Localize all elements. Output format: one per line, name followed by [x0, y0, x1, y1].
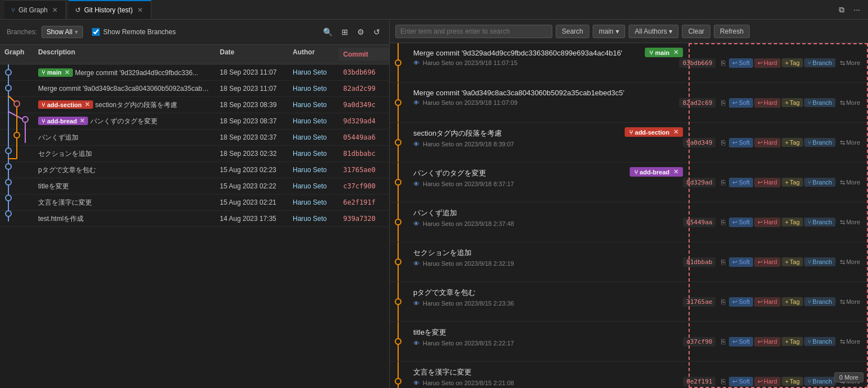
more-actions-button[interactable]: ⇆ More	[837, 257, 864, 267]
commit-item[interactable]: パンくずのタグを変更👁Haruo Seto on 2023/9/18 8:37:…	[390, 163, 868, 202]
table-row[interactable]: titleを変更15 Aug 2023 02:22Haruo Setoc37cf…	[0, 178, 389, 195]
soft-reset-button[interactable]: ↩ Soft	[729, 178, 753, 187]
copy-hash-button[interactable]: ⎘	[719, 336, 728, 347]
add-tag-button[interactable]: + Tag	[782, 58, 803, 67]
commit-item[interactable]: パンくず追加👁Haruo Seto on 2023/9/18 2:37:4805…	[390, 202, 868, 242]
table-row[interactable]: 文言を漢字に変更15 Aug 2023 02:21Haruo Seto6e2f1…	[0, 195, 389, 211]
branch-tag-close[interactable]: ✕	[64, 69, 70, 76]
search-icon-btn[interactable]: 🔍	[321, 26, 335, 38]
create-branch-button[interactable]: ⑂ Branch	[804, 98, 835, 107]
search-input[interactable]	[395, 25, 552, 38]
table-row[interactable]: test.htmlを作成14 Aug 2023 17:35Haruo Seto9…	[0, 211, 389, 227]
branch-tag-close[interactable]: ✕	[80, 117, 85, 124]
clear-button[interactable]: Clear	[682, 25, 710, 38]
branch-dropdown[interactable]: main ▾	[593, 25, 625, 38]
hard-reset-button[interactable]: ↩ Hard	[754, 58, 781, 68]
copy-hash-button[interactable]: ⎘	[719, 297, 728, 307]
soft-reset-button[interactable]: ↩ Soft	[729, 297, 753, 307]
hard-reset-button[interactable]: ↩ Hard	[754, 138, 781, 147]
table-row[interactable]: ⑂ add-section✕sectionタグ内の段落を考慮18 Sep 202…	[0, 97, 389, 113]
create-branch-button[interactable]: ⑂ Branch	[804, 377, 835, 386]
table-row[interactable]: Merge commit '9a0d349c8ac3ca8043060b5092…	[0, 81, 389, 97]
branch-select[interactable]: Show All ▾	[41, 26, 83, 38]
table-row[interactable]: pタグで文章を包む15 Aug 2023 02:23Haruo Seto3176…	[0, 162, 389, 178]
tab-git-history-close[interactable]: ✕	[136, 5, 144, 15]
soft-reset-button[interactable]: ↩ Soft	[729, 377, 753, 386]
copy-hash-button[interactable]: ⎘	[719, 177, 728, 188]
copy-hash-button[interactable]: ⎘	[719, 376, 728, 387]
table-row[interactable]: セクションを追加18 Sep 2023 02:32Haruo Seto81dbb…	[0, 146, 389, 162]
refresh-icon-btn[interactable]: ↺	[371, 26, 382, 38]
copy-hash-button[interactable]: ⎘	[719, 217, 728, 228]
create-branch-button[interactable]: ⑂ Branch	[804, 138, 835, 147]
show-remote-checkbox[interactable]	[92, 28, 100, 36]
authors-dropdown[interactable]: All Authors ▾	[629, 25, 678, 38]
soft-reset-button[interactable]: ↩ Soft	[729, 138, 753, 147]
badge-close[interactable]: ✕	[673, 128, 678, 136]
add-tag-button[interactable]: + Tag	[782, 377, 803, 386]
add-tag-button[interactable]: + Tag	[782, 257, 803, 266]
commit-item[interactable]: Merge commit '9d329ad4d9cc9fbdc3363860c8…	[390, 43, 868, 83]
more-actions-button[interactable]: ⇆ More	[837, 138, 864, 147]
hard-reset-button[interactable]: ↩ Hard	[754, 257, 781, 267]
create-branch-button[interactable]: ⑂ Branch	[804, 218, 835, 227]
more-actions-button[interactable]: ⇆ More	[837, 297, 864, 307]
split-view-button[interactable]: ⧉	[835, 3, 848, 17]
hard-reset-button[interactable]: ↩ Hard	[754, 337, 781, 347]
soft-reset-button[interactable]: ↩ Soft	[729, 58, 753, 68]
table-row[interactable]: ⑂ main✕Merge commit '9d329ad4d9cc9fbdc33…	[0, 64, 389, 81]
soft-reset-button[interactable]: ↩ Soft	[729, 218, 753, 227]
soft-reset-button[interactable]: ↩ Soft	[729, 337, 753, 347]
soft-reset-button[interactable]: ↩ Soft	[729, 257, 753, 267]
more-actions-button[interactable]: ⇆ More	[837, 178, 864, 187]
more-actions-button[interactable]: ⇆ More	[837, 58, 864, 68]
copy-hash-button[interactable]: ⎘	[719, 257, 728, 267]
badge-close[interactable]: ✕	[673, 49, 678, 56]
branch-plus-icon: ⑂	[807, 179, 811, 186]
table-body[interactable]: ⑂ main✕Merge commit '9d329ad4d9cc9fbdc33…	[0, 64, 389, 388]
tab-git-graph[interactable]: ⑂ Git Graph ✕	[4, 0, 66, 19]
add-tag-button[interactable]: + Tag	[782, 337, 803, 346]
branch-tag-close[interactable]: ✕	[85, 101, 90, 108]
hard-reset-button[interactable]: ↩ Hard	[754, 218, 781, 227]
soft-icon: ↩	[732, 258, 737, 266]
refresh-button[interactable]: Refresh	[714, 25, 750, 38]
commit-item[interactable]: 文言を漢字に変更👁Haruo Seto on 2023/8/15 2:21:08…	[390, 362, 868, 388]
add-tag-button[interactable]: + Tag	[782, 178, 803, 187]
add-tag-button[interactable]: + Tag	[782, 98, 803, 107]
copy-hash-button[interactable]: ⎘	[719, 137, 728, 148]
more-actions-button[interactable]: ⇆ More	[837, 218, 864, 227]
table-row[interactable]: パンくず追加18 Sep 2023 02:37Haruo Seto05449aa…	[0, 130, 389, 146]
commit-item[interactable]: titleを変更👁Haruo Seto on 2023/8/15 2:22:17…	[390, 322, 868, 362]
add-tag-button[interactable]: + Tag	[782, 297, 803, 306]
add-tag-button[interactable]: + Tag	[782, 218, 803, 227]
commit-list[interactable]: Merge commit '9d329ad4d9cc9fbdc3363860c8…	[390, 43, 868, 388]
more-actions-button[interactable]: ···	[850, 3, 864, 17]
hard-reset-button[interactable]: ↩ Hard	[754, 297, 781, 307]
search-button[interactable]: Search	[556, 25, 589, 38]
commit-item[interactable]: pタグで文章を包む👁Haruo Seto on 2023/8/15 2:23:3…	[390, 282, 868, 322]
hard-reset-button[interactable]: ↩ Hard	[754, 98, 781, 108]
commit-item[interactable]: セクションを追加👁Haruo Seto on 2023/9/18 2:32:19…	[390, 242, 868, 282]
create-branch-button[interactable]: ⑂ Branch	[804, 337, 835, 346]
settings-icon-btn[interactable]: ⚙	[355, 26, 367, 38]
table-row[interactable]: ⑂ add-bread✕パンくずのタグを変更18 Sep 2023 08:37H…	[0, 113, 389, 130]
add-tag-button[interactable]: + Tag	[782, 138, 803, 147]
tab-git-graph-close[interactable]: ✕	[51, 5, 59, 15]
more-actions-button[interactable]: ⇆ More	[837, 337, 864, 347]
create-branch-button[interactable]: ⑂ Branch	[804, 58, 835, 67]
tab-git-history[interactable]: ↺ Git History (test) ✕	[68, 0, 151, 19]
create-branch-button[interactable]: ⑂ Branch	[804, 297, 835, 306]
commit-item[interactable]: Merge commit '9a0d349c8ac3ca8043060b5092…	[390, 83, 868, 123]
create-branch-button[interactable]: ⑂ Branch	[804, 257, 835, 266]
badge-close[interactable]: ✕	[673, 168, 678, 175]
folder-icon-btn[interactable]: ⊞	[339, 26, 350, 38]
create-branch-button[interactable]: ⑂ Branch	[804, 178, 835, 187]
hard-reset-button[interactable]: ↩ Hard	[754, 178, 781, 187]
soft-reset-button[interactable]: ↩ Soft	[729, 98, 753, 108]
more-actions-button[interactable]: ⇆ More	[837, 98, 864, 108]
hard-reset-button[interactable]: ↩ Hard	[754, 377, 781, 386]
commit-item[interactable]: sectionタグ内の段落を考慮👁Haruo Seto on 2023/9/18…	[390, 123, 868, 163]
copy-hash-button[interactable]: ⎘	[719, 58, 728, 68]
copy-hash-button[interactable]: ⎘	[719, 98, 728, 108]
